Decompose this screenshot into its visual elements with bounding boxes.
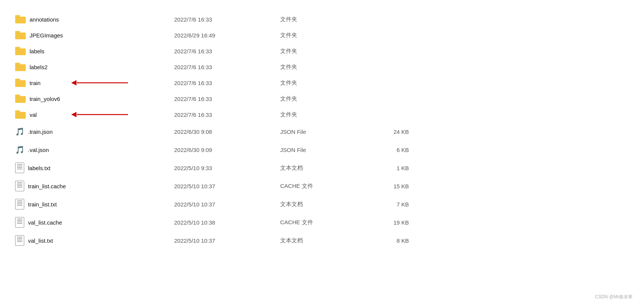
file-date: 2022/7/6 16:33 — [174, 112, 280, 118]
file-type: CACHE 文件 — [280, 183, 363, 190]
file-name: .val.json — [28, 147, 49, 153]
file-date: 2022/5/10 10:37 — [174, 237, 280, 244]
table-row[interactable]: val_list.txt 2022/5/10 10:37 文本文档 8 KB — [15, 231, 629, 250]
folder-icon — [15, 63, 26, 71]
table-row[interactable]: 🎵 .val.json 2022/6/30 9:09 JSON File 6 K… — [15, 141, 629, 159]
file-date: 2022/6/30 9:09 — [174, 147, 280, 153]
txt-icon — [15, 163, 24, 173]
file-date: 2022/5/10 10:38 — [174, 219, 280, 226]
file-name: labels.txt — [28, 165, 50, 171]
txt-icon — [15, 235, 24, 246]
file-name-col: train_list.txt — [15, 199, 174, 209]
table-row[interactable]: val_list.cache 2022/5/10 10:38 CACHE 文件 … — [15, 213, 629, 231]
file-type: 文件夹 — [280, 111, 363, 118]
file-date: 2022/6/29 16:49 — [174, 32, 280, 39]
table-row[interactable]: val 2022/7/6 16:33 文件夹 — [15, 107, 629, 122]
file-name: val_list.txt — [28, 237, 53, 244]
file-name: annotations — [30, 16, 59, 23]
file-date: 2022/6/30 9:08 — [174, 129, 280, 135]
file-name-col: 🎵 .train.json — [15, 126, 174, 137]
file-size: 19 KB — [363, 219, 409, 226]
table-row[interactable]: train 2022/7/6 16:33 文件夹 — [15, 75, 629, 91]
folder-icon — [15, 31, 26, 39]
file-type: 文件夹 — [280, 95, 363, 102]
file-name: labels2 — [30, 64, 48, 70]
table-row[interactable]: train_yolov6 2022/7/6 16:33 文件夹 — [15, 91, 629, 107]
file-type: 文件夹 — [280, 32, 363, 39]
file-name-col: val_list.cache — [15, 217, 174, 228]
file-type: 文本文档 — [280, 237, 363, 244]
file-name-col: JPEGImages — [15, 31, 174, 39]
file-type: JSON File — [280, 129, 363, 135]
file-name: train_list.txt — [28, 201, 57, 208]
file-name: val_list.cache — [28, 219, 62, 226]
file-type: 文件夹 — [280, 79, 363, 87]
table-row[interactable]: labels2 2022/7/6 16:33 文件夹 — [15, 59, 629, 75]
file-name-col: val_list.txt — [15, 235, 174, 246]
file-name: train — [30, 80, 41, 86]
file-name: .train.json — [28, 129, 53, 135]
file-name-col: labels2 — [15, 63, 174, 71]
file-type: 文本文档 — [280, 201, 363, 208]
table-row[interactable]: JPEGImages 2022/6/29 16:49 文件夹 — [15, 27, 629, 43]
file-size: 8 KB — [363, 237, 409, 244]
table-row[interactable]: train_list.txt 2022/5/10 10:37 文本文档 7 KB — [15, 195, 629, 213]
table-row[interactable]: labels 2022/7/6 16:33 文件夹 — [15, 43, 629, 59]
red-arrow-icon — [71, 77, 128, 88]
file-name-col: train_list.cache — [15, 181, 174, 191]
file-list: annotations 2022/7/6 16:33 文件夹 JPEGImage… — [0, 0, 644, 261]
file-name-col: train_yolov6 — [15, 95, 174, 103]
file-date: 2022/7/6 16:33 — [174, 80, 280, 86]
file-size: 6 KB — [363, 147, 409, 153]
folder-icon — [15, 47, 26, 55]
file-type: 文件夹 — [280, 16, 363, 23]
file-name: val — [30, 112, 37, 118]
file-date: 2022/7/6 16:33 — [174, 64, 280, 70]
file-name-col: val — [15, 110, 174, 119]
file-type: CACHE 文件 — [280, 219, 363, 226]
file-size: 24 KB — [363, 129, 409, 135]
file-name: train_list.cache — [28, 183, 66, 189]
folder-icon — [15, 79, 26, 87]
folder-icon — [15, 110, 26, 119]
file-size: 1 KB — [363, 165, 409, 171]
file-date: 2022/5/10 9:33 — [174, 165, 280, 171]
watermark: CSDN @Mr曲末寒 — [595, 294, 633, 300]
folder-icon — [15, 15, 26, 23]
file-size: 15 KB — [363, 183, 409, 189]
file-date: 2022/5/10 10:37 — [174, 201, 280, 208]
file-type: 文件夹 — [280, 48, 363, 55]
file-date: 2022/7/6 16:33 — [174, 16, 280, 23]
json-icon: 🎵 — [15, 126, 24, 137]
file-name: labels — [30, 48, 44, 54]
file-size: 7 KB — [363, 201, 409, 208]
svg-marker-1 — [71, 80, 76, 85]
file-type: 文件夹 — [280, 64, 363, 71]
file-name-col: labels — [15, 47, 174, 55]
svg-marker-3 — [71, 112, 76, 117]
table-row[interactable]: labels.txt 2022/5/10 9:33 文本文档 1 KB — [15, 159, 629, 177]
file-name-col: 🎵 .val.json — [15, 144, 174, 155]
file-name: JPEGImages — [30, 32, 63, 39]
cache-icon — [15, 217, 24, 228]
txt-icon — [15, 199, 24, 209]
json-icon: 🎵 — [15, 144, 24, 155]
file-type: 文本文档 — [280, 164, 363, 172]
file-date: 2022/5/10 10:37 — [174, 183, 280, 189]
red-arrow-icon — [71, 109, 128, 120]
folder-icon — [15, 95, 26, 103]
file-name-col: annotations — [15, 15, 174, 23]
file-name-col: train — [15, 79, 174, 87]
table-row[interactable]: train_list.cache 2022/5/10 10:37 CACHE 文… — [15, 177, 629, 195]
table-row[interactable]: 🎵 .train.json 2022/6/30 9:08 JSON File 2… — [15, 122, 629, 141]
cache-icon — [15, 181, 24, 191]
file-name: train_yolov6 — [30, 96, 60, 102]
file-name-col: labels.txt — [15, 163, 174, 173]
file-date: 2022/7/6 16:33 — [174, 96, 280, 102]
file-type: JSON File — [280, 147, 363, 153]
file-date: 2022/7/6 16:33 — [174, 48, 280, 54]
table-row[interactable]: annotations 2022/7/6 16:33 文件夹 — [15, 11, 629, 27]
